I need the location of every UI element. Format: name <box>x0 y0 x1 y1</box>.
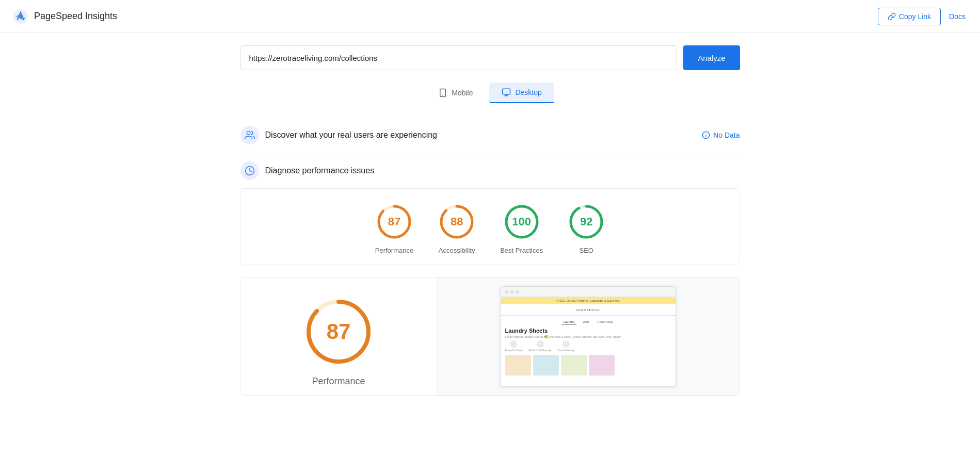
screenshot-products <box>505 355 671 376</box>
diagnose-section: Diagnose performance issues 87 Performan… <box>240 161 740 396</box>
screenshot-icon-label-1: Powerful Clean <box>505 349 523 352</box>
performance-label: Performance <box>375 247 413 254</box>
screenshot-dot-2 <box>510 290 513 293</box>
header-right: Copy Link Docs <box>878 8 968 25</box>
screenshot-topbar <box>501 287 676 297</box>
screenshot-icon-label-3: Travel Friendly <box>558 349 575 352</box>
screenshot-product-2 <box>533 355 559 376</box>
url-input[interactable] <box>240 45 678 70</box>
users-icon <box>245 130 255 140</box>
screenshot-icons-row: Powerful Clean Pet & Child Friendly Trav… <box>505 340 671 352</box>
screenshot-heading: Laundry Sheets <box>505 328 671 334</box>
bottom-right: FREE: 30 Day Returns, Subscribe & Save 5… <box>437 278 740 395</box>
diagnose-header: Diagnose performance issues <box>240 161 740 180</box>
search-row: Analyze <box>240 45 740 70</box>
pagespeed-logo-icon <box>12 8 29 25</box>
bottom-section: 87 Performance FREE: 30 Day Returns, Sub… <box>240 278 740 396</box>
scores-card: 87 Performance 88 Accessibility <box>240 188 740 265</box>
app-title: PageSpeed Insights <box>34 11 117 22</box>
svg-point-7 <box>247 132 250 135</box>
info-icon <box>702 131 710 139</box>
gauge-icon <box>245 166 255 176</box>
screenshot-icon-circle-2 <box>537 340 544 348</box>
accessibility-circle: 88 <box>438 203 475 240</box>
diagnose-title: Diagnose performance issues <box>265 166 375 175</box>
performance-circle: 87 <box>376 203 413 240</box>
screenshot-banner: FREE: 30 Day Returns, Subscribe & Save 5… <box>501 297 676 304</box>
best-practices-label: Best Practices <box>500 247 543 254</box>
screenshot-icon-circle-3 <box>563 340 570 348</box>
performance-score: 87 <box>388 215 400 228</box>
link-icon <box>888 12 896 21</box>
docs-button[interactable]: Docs <box>947 8 968 25</box>
large-performance-circle: 87 <box>302 296 375 368</box>
screenshot-tab-handsoap: Hand Soap <box>595 320 615 324</box>
accessibility-label: Accessibility <box>439 247 475 254</box>
screenshot-nav-logo: ZEROTRACE <box>576 308 600 312</box>
desktop-icon <box>502 88 511 97</box>
screenshot-product-tabs: Laundry Dish Hand Soap <box>505 320 671 324</box>
best-practices-circle: 100 <box>503 203 540 240</box>
real-users-title: Discover what your real users are experi… <box>265 130 437 140</box>
screenshot-icon-1: Powerful Clean <box>505 340 523 352</box>
mobile-tab[interactable]: Mobile <box>426 83 485 103</box>
screenshot-product-3 <box>561 355 587 376</box>
screenshot-dot-1 <box>505 290 508 293</box>
screenshot-icon-2: Pet & Child Friendly <box>528 340 551 352</box>
screenshot-icon-3: Travel Friendly <box>558 340 575 352</box>
large-performance-label: Performance <box>312 376 365 387</box>
mobile-icon <box>438 88 447 97</box>
screenshot-icon-label-2: Pet & Child Friendly <box>528 349 551 352</box>
analyze-button[interactable]: Analyze <box>683 45 740 70</box>
website-screenshot: FREE: 30 Day Returns, Subscribe & Save 5… <box>501 286 676 387</box>
score-item-seo: 92 SEO <box>568 203 605 254</box>
screenshot-nav: ZEROTRACE <box>501 304 676 316</box>
device-toggle: Mobile Desktop <box>240 83 740 103</box>
screenshot-product-4 <box>589 355 615 376</box>
screenshot-dot-3 <box>516 290 519 293</box>
accessibility-score: 88 <box>451 215 463 228</box>
svg-rect-4 <box>503 89 510 94</box>
no-data-badge: No Data <box>702 131 740 139</box>
screenshot-icon-circle-1 <box>510 340 517 348</box>
diagnose-icon-container <box>240 161 259 180</box>
screenshot-subtext: Fresh clothes, happy planet 🌿 Dive into … <box>505 335 671 338</box>
large-performance-score: 87 <box>327 319 351 344</box>
section-left: Discover what your real users are experi… <box>240 126 437 144</box>
seo-label: SEO <box>580 247 593 254</box>
screenshot-tab-laundry: Laundry <box>561 320 577 324</box>
copy-link-button[interactable]: Copy Link <box>878 8 941 25</box>
best-practices-score: 100 <box>512 215 531 228</box>
seo-score: 92 <box>580 215 592 228</box>
screenshot-product-1 <box>505 355 531 376</box>
score-item-performance: 87 Performance <box>375 203 413 254</box>
screenshot-tab-dish: Dish <box>581 320 591 324</box>
score-item-accessibility: 88 Accessibility <box>438 203 475 254</box>
header-left: PageSpeed Insights <box>12 8 117 25</box>
seo-circle: 92 <box>568 203 605 240</box>
screenshot-hero: Laundry Dish Hand Soap Laundry Sheets Fr… <box>501 316 676 380</box>
bottom-left: 87 Performance <box>241 278 437 395</box>
main-content: Analyze Mobile Desktop <box>232 33 748 418</box>
real-users-section: Discover what your real users are experi… <box>240 118 740 153</box>
header: PageSpeed Insights Copy Link Docs <box>0 0 980 33</box>
desktop-tab[interactable]: Desktop <box>489 83 554 103</box>
score-item-best-practices: 100 Best Practices <box>500 203 543 254</box>
users-icon-container <box>240 126 259 144</box>
scores-row: 87 Performance 88 Accessibility <box>249 203 731 254</box>
